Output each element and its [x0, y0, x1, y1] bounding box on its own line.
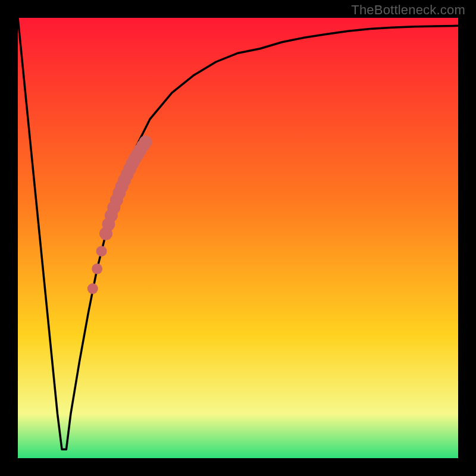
- gradient-background: [18, 18, 458, 458]
- highlight-dot: [96, 246, 107, 256]
- highlight-dot: [92, 264, 102, 274]
- plot-area: [18, 18, 458, 458]
- chart-svg: [18, 18, 458, 458]
- highlight-band-point: [139, 136, 152, 149]
- highlight-dot: [87, 283, 98, 294]
- chart-frame: TheBottleneck.com: [0, 0, 476, 476]
- watermark-text: TheBottleneck.com: [351, 2, 465, 18]
